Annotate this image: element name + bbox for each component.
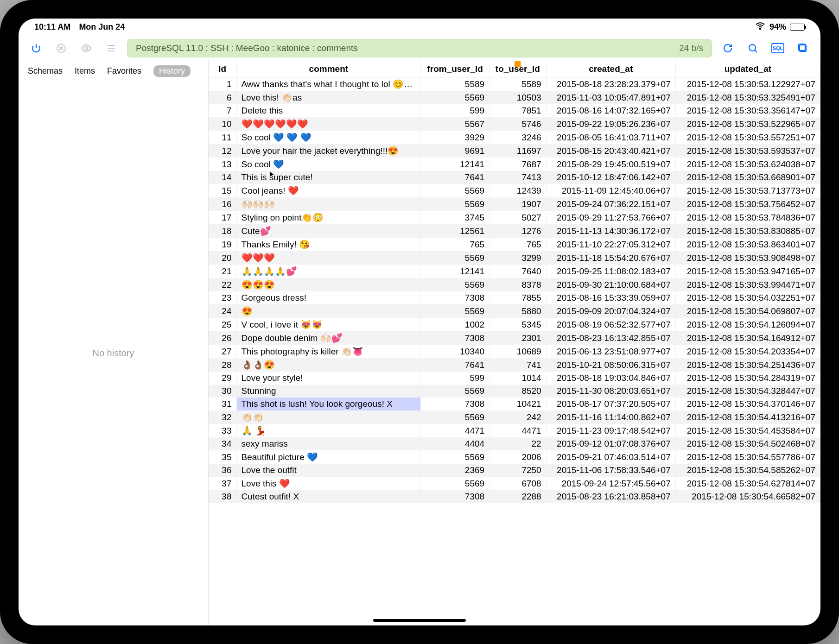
table-row[interactable]: 36Love the outfit236972502015-11-06 17:5… (209, 464, 820, 477)
cell-comment[interactable]: Love the outfit (236, 464, 421, 477)
cell-from_user_id[interactable]: 5569 (421, 278, 489, 291)
cell-comment[interactable]: Styling on point👏😳 (236, 211, 421, 224)
cell-id[interactable]: 6 (209, 91, 236, 104)
cell-id[interactable]: 20 (209, 251, 236, 265)
cell-updated_at[interactable]: 2015-12-08 15:30:53.522965+07 (675, 117, 820, 131)
cell-from_user_id[interactable]: 5569 (421, 410, 489, 424)
cell-to_user_id[interactable]: 7687 (489, 158, 547, 171)
cell-comment[interactable]: Love your style! (236, 372, 421, 385)
table-row[interactable]: 13So cool 💙1214176872015-08-29 19:45:00.… (209, 158, 820, 171)
cell-from_user_id[interactable]: 12141 (421, 265, 489, 278)
cell-updated_at[interactable]: 2015-12-08 15:30:53.356147+07 (675, 104, 820, 117)
cell-updated_at[interactable]: 2015-12-08 15:30:54.251436+07 (675, 358, 820, 372)
cell-id[interactable]: 26 (209, 331, 236, 345)
sidebar-tab-schemas[interactable]: Schemas (28, 66, 63, 76)
cell-to_user_id[interactable]: 5880 (489, 304, 547, 318)
cell-created_at[interactable]: 2015-09-29 11:27:53.766+07 (546, 211, 675, 224)
cell-from_user_id[interactable]: 10340 (421, 345, 489, 358)
cell-comment[interactable]: ❤️❤️❤️ (236, 251, 421, 265)
cell-to_user_id[interactable]: 5589 (489, 77, 547, 91)
breadcrumb[interactable]: PostgreSQL 11.0 : SSH : MeeGoo : katonic… (127, 39, 712, 57)
sidebar-tab-favorites[interactable]: Favorites (107, 66, 141, 76)
panels-icon[interactable] (794, 39, 812, 57)
column-header-from_user_id[interactable]: from_user_id (421, 61, 489, 77)
table-row[interactable]: 30Stunning556985202015-11-30 08:20:03.65… (209, 385, 820, 398)
cell-id[interactable]: 15 (209, 184, 236, 197)
cell-updated_at[interactable]: 2015-12-08 15:30:53.756452+07 (675, 197, 820, 211)
cell-comment[interactable]: 👏🏻👏🏻 (236, 410, 421, 424)
cell-to_user_id[interactable]: 8378 (489, 278, 547, 291)
cell-id[interactable]: 21 (209, 265, 236, 278)
cell-created_at[interactable]: 2015-08-16 15:33:39.059+07 (546, 291, 675, 304)
cell-comment[interactable]: 😍😍😍 (236, 278, 421, 291)
cell-comment[interactable]: Delete this (236, 104, 421, 117)
cell-created_at[interactable]: 2015-09-12 01:07:08.376+07 (546, 437, 675, 450)
cell-updated_at[interactable]: 2015-12-08 15:30:54.413216+07 (675, 410, 820, 424)
cell-to_user_id[interactable]: 7413 (489, 171, 547, 184)
table-row[interactable]: 1Aww thanks that's what I thought to lol… (209, 77, 820, 91)
cell-id[interactable]: 12 (209, 144, 236, 158)
cell-id[interactable]: 19 (209, 238, 236, 251)
cell-updated_at[interactable]: 2015-12-08 15:30:54.284319+07 (675, 372, 820, 385)
cell-created_at[interactable]: 2015-11-06 17:58:33.546+07 (546, 464, 675, 477)
table-row[interactable]: 29Love your style!59910142015-08-18 19:0… (209, 372, 820, 385)
cell-created_at[interactable]: 2015-08-23 16:13:42.855+07 (546, 331, 675, 345)
cell-to_user_id[interactable]: 2301 (489, 331, 547, 345)
cell-id[interactable]: 25 (209, 318, 236, 331)
cell-created_at[interactable]: 2015-09-24 07:36:22.151+07 (546, 197, 675, 211)
table-row[interactable]: 26Dope double denim 🙌🏻💕730823012015-08-2… (209, 331, 820, 345)
table-row[interactable]: 11So cool 💙 💙 💙392932462015-08-05 16:41:… (209, 131, 820, 144)
cell-id[interactable]: 13 (209, 158, 236, 171)
table-row[interactable]: 14This is super cute!764174132015-10-12 … (209, 171, 820, 184)
cell-created_at[interactable]: 2015-11-16 11:14:00.862+07 (546, 410, 675, 424)
cell-id[interactable]: 7 (209, 104, 236, 117)
cell-created_at[interactable]: 2015-09-25 11:08:02.183+07 (546, 265, 675, 278)
cell-from_user_id[interactable]: 7641 (421, 171, 489, 184)
cell-from_user_id[interactable]: 7308 (421, 291, 489, 304)
cell-from_user_id[interactable]: 3745 (421, 211, 489, 224)
cell-from_user_id[interactable]: 7308 (421, 331, 489, 345)
table-row[interactable]: 7Delete this59978512015-08-16 14:07:32.1… (209, 104, 820, 117)
table-row[interactable]: 37Love this ❤️556967082015-09-24 12:57:4… (209, 477, 820, 490)
cell-comment[interactable]: So cool 💙 (236, 158, 421, 171)
table-row[interactable]: 21🙏🙏🙏🙏💕1214176402015-09-25 11:08:02.183+… (209, 265, 820, 278)
table-row[interactable]: 23Gorgeous dress!730878552015-08-16 15:3… (209, 291, 820, 304)
cell-id[interactable]: 22 (209, 278, 236, 291)
sidebar-tab-history[interactable]: History (153, 65, 191, 77)
cell-to_user_id[interactable]: 4471 (489, 424, 547, 437)
cell-updated_at[interactable]: 2015-12-08 15:30:54.328447+07 (675, 385, 820, 398)
cell-id[interactable]: 33 (209, 424, 236, 437)
cell-id[interactable]: 11 (209, 131, 236, 144)
cell-id[interactable]: 35 (209, 450, 236, 464)
table-area[interactable]: idcommentfrom_user_idto_user_id🟧created_… (209, 61, 820, 625)
cell-comment[interactable]: Dope double denim 🙌🏻💕 (236, 331, 421, 345)
cell-created_at[interactable]: 2015-09-09 20:07:04.324+07 (546, 304, 675, 318)
cell-to_user_id[interactable]: 5345 (489, 318, 547, 331)
cell-from_user_id[interactable]: 5569 (421, 385, 489, 398)
cell-created_at[interactable]: 2015-08-18 19:03:04.846+07 (546, 372, 675, 385)
cell-updated_at[interactable]: 2015-12-08 15:30:53.624038+07 (675, 158, 820, 171)
home-indicator[interactable] (373, 619, 466, 622)
cell-created_at[interactable]: 2015-06-13 23:51:08.977+07 (546, 345, 675, 358)
table-row[interactable]: 31This shot is lush! You look gorgeous! … (209, 398, 820, 410)
cell-to_user_id[interactable]: 7851 (489, 104, 547, 117)
cell-id[interactable]: 29 (209, 372, 236, 385)
cell-to_user_id[interactable]: 741 (489, 358, 547, 372)
cell-updated_at[interactable]: 2015-12-08 15:30:53.122927+07 (675, 77, 820, 91)
cell-from_user_id[interactable]: 12561 (421, 224, 489, 238)
cell-id[interactable]: 37 (209, 477, 236, 490)
cell-comment[interactable]: Beautiful picture 💙 (236, 450, 421, 464)
cell-comment[interactable]: Cool jeans! ❤️ (236, 184, 421, 197)
cell-updated_at[interactable]: 2015-12-08 15:30:54.370146+07 (675, 398, 820, 410)
cell-updated_at[interactable]: 2015-12-08 15:30:53.994471+07 (675, 278, 820, 291)
cell-created_at[interactable]: 2015-08-05 16:41:03.711+07 (546, 131, 675, 144)
cell-id[interactable]: 10 (209, 117, 236, 131)
cell-created_at[interactable]: 2015-09-24 12:57:45.56+07 (546, 477, 675, 490)
cell-updated_at[interactable]: 2015-12-08 15:30:53.325491+07 (675, 91, 820, 104)
cell-created_at[interactable]: 2015-11-18 15:54:20.676+07 (546, 251, 675, 265)
column-header-created_at[interactable]: created_at (546, 61, 675, 77)
table-row[interactable]: 34sexy mariss4404222015-09-12 01:07:08.3… (209, 437, 820, 450)
cell-updated_at[interactable]: 2015-12-08 15:30:53.947165+07 (675, 265, 820, 278)
cell-to_user_id[interactable]: 765 (489, 238, 547, 251)
cell-to_user_id[interactable]: 3299 (489, 251, 547, 265)
